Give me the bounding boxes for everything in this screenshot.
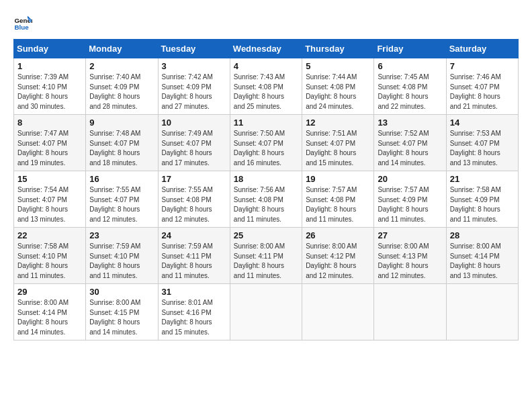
day-number: 29 [17,287,82,297]
day-number: 18 [234,174,298,184]
day-cell: 16 Sunrise: 7:55 AMSunset: 4:07 PMDaylig… [86,171,158,228]
day-number: 12 [306,118,370,128]
day-info: Sunrise: 8:00 AMSunset: 4:12 PMDaylight:… [306,242,370,281]
day-cell: 12 Sunrise: 7:51 AMSunset: 4:07 PMDaylig… [302,115,374,171]
day-header-tuesday: Tuesday [158,40,230,58]
day-header-thursday: Thursday [302,40,374,58]
day-cell: 29 Sunrise: 8:00 AMSunset: 4:14 PMDaylig… [14,284,86,340]
day-cell: 9 Sunrise: 7:48 AMSunset: 4:07 PMDayligh… [86,115,158,171]
day-info: Sunrise: 7:45 AMSunset: 4:08 PMDaylight:… [378,73,442,111]
day-cell: 24 Sunrise: 7:59 AMSunset: 4:11 PMDaylig… [158,228,230,284]
day-info: Sunrise: 7:59 AMSunset: 4:11 PMDaylight:… [162,242,226,281]
day-cell: 8 Sunrise: 7:47 AMSunset: 4:07 PMDayligh… [14,115,86,171]
day-cell: 31 Sunrise: 8:01 AMSunset: 4:16 PMDaylig… [158,284,230,340]
day-number: 9 [89,118,154,128]
day-cell: 27 Sunrise: 8:00 AMSunset: 4:13 PMDaylig… [374,228,446,284]
day-info: Sunrise: 7:59 AMSunset: 4:10 PMDaylight:… [89,242,154,281]
day-info: Sunrise: 7:51 AMSunset: 4:07 PMDaylight:… [306,129,370,168]
day-number: 25 [234,230,298,240]
day-cell: 2 Sunrise: 7:40 AMSunset: 4:09 PMDayligh… [86,58,158,115]
day-cell: 25 Sunrise: 8:00 AMSunset: 4:11 PMDaylig… [230,228,302,284]
day-cell: 6 Sunrise: 7:45 AMSunset: 4:08 PMDayligh… [374,58,446,115]
day-info: Sunrise: 7:52 AMSunset: 4:07 PMDaylight:… [378,129,442,168]
day-cell: 19 Sunrise: 7:57 AMSunset: 4:08 PMDaylig… [302,171,374,228]
day-info: Sunrise: 7:42 AMSunset: 4:09 PMDaylight:… [162,73,226,111]
day-cell: 7 Sunrise: 7:46 AMSunset: 4:07 PMDayligh… [446,58,518,115]
day-info: Sunrise: 8:00 AMSunset: 4:14 PMDaylight:… [17,298,82,337]
day-info: Sunrise: 7:40 AMSunset: 4:09 PMDaylight:… [89,73,154,111]
day-cell: 28 Sunrise: 8:00 AMSunset: 4:14 PMDaylig… [446,228,518,284]
svg-text:Blue: Blue [14,24,29,31]
day-cell: 17 Sunrise: 7:55 AMSunset: 4:08 PMDaylig… [158,171,230,228]
day-info: Sunrise: 7:48 AMSunset: 4:07 PMDaylight:… [89,129,154,168]
day-cell [302,284,374,340]
day-cell: 23 Sunrise: 7:59 AMSunset: 4:10 PMDaylig… [86,228,158,284]
day-number: 11 [234,118,298,128]
week-row-1: 1 Sunrise: 7:39 AMSunset: 4:10 PMDayligh… [14,58,519,115]
day-header-monday: Monday [86,40,158,58]
day-header-saturday: Saturday [446,40,518,58]
day-cell: 1 Sunrise: 7:39 AMSunset: 4:10 PMDayligh… [14,58,86,115]
day-header-friday: Friday [374,40,446,58]
day-cell: 15 Sunrise: 7:54 AMSunset: 4:07 PMDaylig… [14,171,86,228]
day-number: 20 [378,174,442,184]
day-number: 4 [234,61,298,71]
day-number: 7 [450,61,515,71]
day-cell: 18 Sunrise: 7:56 AMSunset: 4:08 PMDaylig… [230,171,302,228]
day-info: Sunrise: 7:57 AMSunset: 4:09 PMDaylight:… [378,185,442,224]
day-info: Sunrise: 7:43 AMSunset: 4:08 PMDaylight:… [234,73,298,111]
day-cell [446,284,518,340]
day-number: 10 [162,118,226,128]
day-cell: 10 Sunrise: 7:49 AMSunset: 4:07 PMDaylig… [158,115,230,171]
day-info: Sunrise: 7:49 AMSunset: 4:07 PMDaylight:… [162,129,226,168]
day-cell: 22 Sunrise: 7:58 AMSunset: 4:10 PMDaylig… [14,228,86,284]
day-info: Sunrise: 7:53 AMSunset: 4:07 PMDaylight:… [450,129,515,168]
day-cell: 14 Sunrise: 7:53 AMSunset: 4:07 PMDaylig… [446,115,518,171]
day-info: Sunrise: 7:57 AMSunset: 4:08 PMDaylight:… [306,185,370,224]
day-info: Sunrise: 7:58 AMSunset: 4:09 PMDaylight:… [450,185,515,224]
day-number: 8 [17,118,82,128]
day-cell: 3 Sunrise: 7:42 AMSunset: 4:09 PMDayligh… [158,58,230,115]
day-cell: 13 Sunrise: 7:52 AMSunset: 4:07 PMDaylig… [374,115,446,171]
day-info: Sunrise: 7:39 AMSunset: 4:10 PMDaylight:… [17,73,82,111]
week-row-3: 15 Sunrise: 7:54 AMSunset: 4:07 PMDaylig… [14,171,519,228]
day-cell: 4 Sunrise: 7:43 AMSunset: 4:08 PMDayligh… [230,58,302,115]
week-row-4: 22 Sunrise: 7:58 AMSunset: 4:10 PMDaylig… [14,228,519,284]
day-number: 26 [306,230,370,240]
day-info: Sunrise: 7:55 AMSunset: 4:08 PMDaylight:… [162,185,226,224]
header: General Blue [13,13,519,32]
day-cell: 30 Sunrise: 8:00 AMSunset: 4:15 PMDaylig… [86,284,158,340]
day-info: Sunrise: 8:00 AMSunset: 4:14 PMDaylight:… [450,242,515,281]
day-number: 30 [89,287,154,297]
day-number: 27 [378,230,442,240]
calendar-header-row: SundayMondayTuesdayWednesdayThursdayFrid… [14,40,519,58]
week-row-5: 29 Sunrise: 8:00 AMSunset: 4:14 PMDaylig… [14,284,519,340]
day-cell [374,284,446,340]
day-number: 5 [306,61,370,71]
day-cell: 20 Sunrise: 7:57 AMSunset: 4:09 PMDaylig… [374,171,446,228]
day-number: 24 [162,230,226,240]
day-cell [230,284,302,340]
day-number: 15 [17,174,82,184]
day-number: 17 [162,174,226,184]
day-number: 31 [162,287,226,297]
day-info: Sunrise: 7:44 AMSunset: 4:08 PMDaylight:… [306,73,370,111]
day-number: 2 [89,61,154,71]
day-number: 13 [378,118,442,128]
day-cell: 11 Sunrise: 7:50 AMSunset: 4:07 PMDaylig… [230,115,302,171]
day-info: Sunrise: 7:55 AMSunset: 4:07 PMDaylight:… [89,185,154,224]
day-info: Sunrise: 8:00 AMSunset: 4:11 PMDaylight:… [234,242,298,281]
day-cell: 26 Sunrise: 8:00 AMSunset: 4:12 PMDaylig… [302,228,374,284]
day-number: 19 [306,174,370,184]
day-header-wednesday: Wednesday [230,40,302,58]
day-number: 22 [17,230,82,240]
day-number: 14 [450,118,515,128]
day-info: Sunrise: 7:54 AMSunset: 4:07 PMDaylight:… [17,185,82,224]
day-info: Sunrise: 8:00 AMSunset: 4:15 PMDaylight:… [89,298,154,337]
logo: General Blue [13,13,35,32]
day-info: Sunrise: 8:01 AMSunset: 4:16 PMDaylight:… [162,298,226,337]
day-header-sunday: Sunday [14,40,86,58]
day-number: 6 [378,61,442,71]
day-number: 16 [89,174,154,184]
day-cell: 5 Sunrise: 7:44 AMSunset: 4:08 PMDayligh… [302,58,374,115]
